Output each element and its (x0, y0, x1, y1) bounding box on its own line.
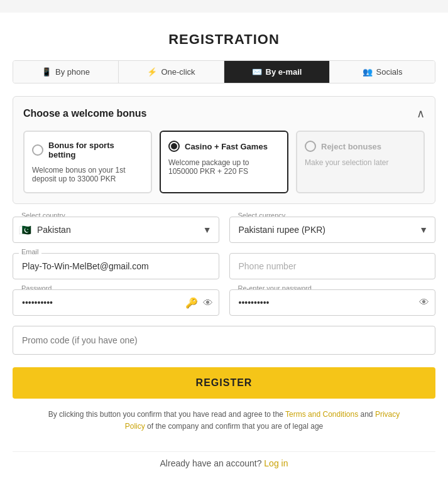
terms-link[interactable]: Terms and Conditions (285, 410, 358, 419)
bonus-card-reject[interactable]: Reject bonuses Make your selection later (296, 131, 425, 193)
tab-by-email[interactable]: ✉️ By e-mail (224, 61, 330, 83)
phone-group (229, 253, 436, 279)
radio-sports[interactable] (32, 144, 43, 156)
bonus-reject-desc: Make your selection later (305, 158, 388, 167)
email-label: Email (19, 248, 41, 255)
currency-group: Select currency Pakistani rupee (PKR) ▼ (229, 217, 436, 243)
socials-icon: 👥 (363, 67, 373, 77)
country-select[interactable]: Pakistan (13, 217, 219, 243)
promo-group (13, 326, 435, 355)
eye-reenter-icon[interactable]: 👁 (419, 297, 429, 308)
login-row: Already have an account? Log in (13, 451, 435, 468)
phone-field[interactable] (229, 253, 436, 279)
reenter-icons: 👁 (419, 297, 429, 308)
reenter-wrapper: 👁 (229, 289, 436, 316)
password-row: Password 🔑 👁 Re-enter your password 👁 (13, 289, 435, 316)
radio-casino[interactable] (168, 141, 180, 152)
reenter-field[interactable] (229, 289, 436, 316)
already-account-text: Already have an account? (160, 458, 262, 468)
email-icon: ✉️ (252, 67, 262, 77)
bonus-reject-title: Reject bonuses (321, 142, 381, 151)
email-group: Email (13, 253, 219, 279)
tab-one-click[interactable]: ⚡ One-click (119, 61, 224, 83)
flag-icon: 🇵🇰 (19, 224, 31, 236)
bonus-card-casino[interactable]: Casino + Fast Games Welcome package up t… (160, 131, 288, 193)
page-title: REGISTRATION (13, 31, 435, 48)
bonus-sports-desc: Welcome bonus on your 1st deposit up to … (32, 166, 143, 183)
country-select-wrapper: 🇵🇰 Pakistan ▼ (13, 217, 219, 243)
tabs-bar: 📱 By phone ⚡ One-click ✉️ By e-mail 👥 So… (13, 60, 435, 83)
bonus-section: Choose a welcome bonus ∧ Bonus for sport… (13, 96, 435, 204)
reenter-group: Re-enter your password 👁 (229, 289, 436, 316)
tab-by-phone[interactable]: 📱 By phone (13, 61, 119, 83)
bonus-header: Choose a welcome bonus ∧ (23, 107, 425, 121)
bonus-sports-title: Bonus for sports betting (48, 141, 143, 159)
bonus-card-sports[interactable]: Bonus for sports betting Welcome bonus o… (23, 131, 152, 193)
promo-field[interactable] (13, 326, 435, 355)
bonus-options: Bonus for sports betting Welcome bonus o… (23, 131, 425, 193)
bonus-casino-title: Casino + Fast Games (185, 142, 268, 151)
bonus-section-title: Choose a welcome bonus (23, 108, 146, 119)
email-phone-row: Email (13, 253, 435, 279)
email-field[interactable] (13, 253, 219, 279)
bonus-casino-desc: Welcome package up to 1050000 PKR + 220 … (168, 158, 280, 176)
tab-socials[interactable]: 👥 Socials (330, 61, 435, 83)
password-group: Password 🔑 👁 (13, 289, 219, 316)
login-link[interactable]: Log in (264, 458, 288, 468)
legal-text: By clicking this button you confirm that… (13, 409, 435, 433)
currency-select[interactable]: Pakistani rupee (PKR) (229, 217, 436, 243)
phone-icon: 📱 (41, 67, 52, 77)
eye-slash-icon[interactable]: 👁 (203, 297, 213, 308)
password-wrapper: 🔑 👁 (13, 289, 219, 316)
collapse-icon[interactable]: ∧ (417, 107, 425, 121)
radio-reject[interactable] (305, 141, 316, 152)
country-currency-row: Select country 🇵🇰 Pakistan ▼ Select curr… (13, 217, 435, 243)
key-icon[interactable]: 🔑 (185, 297, 198, 309)
country-group: Select country 🇵🇰 Pakistan ▼ (13, 217, 219, 243)
register-button[interactable]: REGISTER (13, 367, 435, 399)
currency-select-wrapper: Pakistani rupee (PKR) ▼ (229, 217, 436, 243)
lightning-icon: ⚡ (147, 67, 157, 77)
password-icons: 🔑 👁 (185, 297, 213, 309)
